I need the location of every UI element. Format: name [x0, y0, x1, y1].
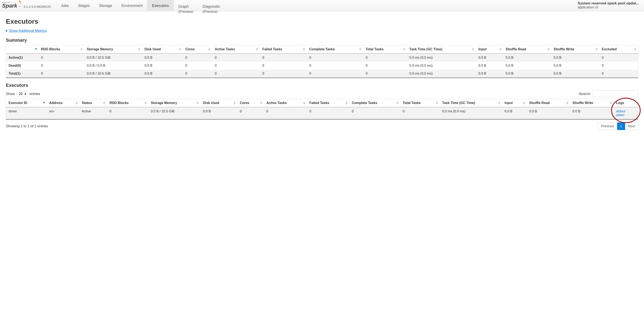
- executors-logs-cell: stdoutstderr: [614, 107, 638, 119]
- summary-cell: 0: [260, 62, 307, 70]
- summary-header[interactable]: Task Time (GC Time): [407, 45, 476, 54]
- sort-icon: [610, 102, 612, 104]
- summary-header[interactable]: Active Tasks: [212, 45, 260, 54]
- summary-header[interactable]: Shuffle Read: [503, 45, 551, 54]
- application-title: System reserved spark pool updat...: [578, 1, 639, 6]
- executors-cell: 0: [400, 107, 440, 119]
- executors-header[interactable]: Task Time (GC Time): [440, 99, 502, 107]
- summary-header[interactable]: Disk Used: [142, 45, 182, 54]
- sort-icon: [80, 48, 82, 51]
- executors-cell: Active: [79, 107, 107, 119]
- brand: APACHE Spark ™ 3.1.2.5.0-66290225: [2, 0, 56, 10]
- executors-header[interactable]: Disk Used: [200, 99, 237, 107]
- executors-header[interactable]: RDD Blocks: [107, 99, 148, 107]
- executors-header[interactable]: Shuffle Write: [570, 99, 614, 107]
- summary-cell: 0.0 ms (0.0 ms): [407, 70, 476, 78]
- executors-cell: 0.0 B: [570, 107, 614, 119]
- summary-header[interactable]: Excluded: [599, 45, 638, 54]
- summary-cell: 0.0 B: [551, 70, 599, 78]
- show-label-pre: Show: [6, 92, 15, 96]
- summary-cell: 0.0 B / 10.5 GiB: [84, 54, 142, 62]
- application-subtitle: application UI: [578, 6, 639, 9]
- datatable-controls: Show 20 entries Search:: [6, 90, 638, 97]
- top-navbar: APACHE Spark ™ 3.1.2.5.0-66290225 Jobs S…: [0, 0, 644, 11]
- executors-header[interactable]: Address: [47, 99, 79, 107]
- sort-icon: [303, 102, 305, 104]
- executors-cell: 0.0 B: [200, 107, 237, 119]
- spark-logo-icon: APACHE Spark ™: [2, 0, 22, 10]
- executors-cell: 0: [264, 107, 307, 119]
- summary-cell: 0: [260, 70, 307, 78]
- executors-cell: 0: [307, 107, 349, 119]
- page-body: Executors Show Additional Metrics Summar…: [0, 11, 644, 134]
- sort-icon: [346, 102, 348, 104]
- summary-cell: 0: [212, 54, 260, 62]
- summary-header[interactable]: [6, 45, 38, 54]
- nav-stages[interactable]: Stages: [73, 0, 94, 11]
- executors-header[interactable]: Storage Memory: [148, 99, 200, 107]
- sort-icon: [498, 102, 500, 104]
- executors-row: drivervm-Active00.0 B / 10.5 GiB0.0 B000…: [6, 107, 638, 119]
- nav-environment[interactable]: Environment: [117, 0, 147, 11]
- sort-icon: [256, 48, 258, 51]
- summary-row-label: Dead(0): [6, 62, 38, 70]
- stdout-link[interactable]: stdout: [616, 110, 636, 113]
- summary-cell: 0.0 B: [551, 62, 599, 70]
- summary-cell: 0: [363, 54, 407, 62]
- executors-header[interactable]: Shuffle Read: [526, 99, 570, 107]
- sort-icon: [43, 102, 45, 104]
- sort-icon: [499, 48, 502, 51]
- nav-jobs[interactable]: Jobs: [56, 0, 73, 11]
- executors-header[interactable]: Cores: [237, 99, 264, 107]
- summary-header[interactable]: RDD Blocks: [38, 45, 84, 54]
- executors-cell: 0: [237, 107, 264, 119]
- summary-cell: 0: [38, 54, 84, 62]
- summary-header[interactable]: Shuffle Write: [551, 45, 599, 54]
- executors-header[interactable]: Executor ID: [6, 99, 47, 107]
- stderr-link[interactable]: stderr: [616, 113, 636, 117]
- summary-header[interactable]: Cores: [183, 45, 212, 54]
- nav-storage[interactable]: Storage: [94, 0, 117, 11]
- sort-icon: [260, 102, 262, 104]
- sort-icon: [208, 48, 210, 51]
- summary-cell: 0: [307, 70, 363, 78]
- executors-header[interactable]: Total Tasks: [400, 99, 440, 107]
- pagination-next[interactable]: Next: [625, 122, 638, 130]
- summary-cell: 0.0 B / 10.5 GiB: [84, 70, 142, 78]
- summary-header[interactable]: Total Tasks: [363, 45, 407, 54]
- sort-icon: [634, 48, 636, 51]
- summary-header[interactable]: Failed Tasks: [260, 45, 307, 54]
- summary-cell: 0: [363, 70, 407, 78]
- sort-icon: [566, 102, 568, 104]
- summary-header[interactable]: Input: [476, 45, 503, 54]
- summary-cell: 0.0 B / 0.0 B: [84, 62, 142, 70]
- nav-diagnostic-preview-label: (Preview): [202, 10, 218, 14]
- pagination-page-1[interactable]: 1: [617, 122, 625, 130]
- pagination-previous[interactable]: Previous: [598, 122, 617, 130]
- svg-text:Spark: Spark: [2, 2, 18, 8]
- summary-cell: 0: [38, 62, 84, 70]
- executors-header[interactable]: Complete Tasks: [349, 99, 400, 107]
- summary-cell: 0.0 B: [142, 54, 182, 62]
- summary-cell: 0: [260, 54, 307, 62]
- summary-header[interactable]: Storage Memory: [84, 45, 142, 54]
- nav-graph[interactable]: Graph (Preview): [174, 0, 198, 17]
- sort-icon: [179, 48, 181, 51]
- nav-executors[interactable]: Executors: [147, 0, 174, 11]
- entries-length-select[interactable]: 20: [16, 91, 28, 97]
- sort-icon: [234, 102, 236, 104]
- executors-header[interactable]: Active Tasks: [264, 99, 307, 107]
- executors-header[interactable]: Failed Tasks: [307, 99, 349, 107]
- sort-icon: [35, 48, 37, 51]
- sort-icon: [197, 102, 199, 104]
- nav-diagnostic[interactable]: Diagnostic (Preview): [198, 0, 225, 17]
- summary-header[interactable]: Complete Tasks: [307, 45, 363, 54]
- caret-right-icon: [6, 30, 8, 32]
- show-additional-metrics-toggle[interactable]: Show Additional Metrics: [6, 29, 46, 33]
- sort-icon: [138, 48, 140, 51]
- summary-cell: 0.0 B: [503, 54, 551, 62]
- executors-header[interactable]: Status: [79, 99, 107, 107]
- executors-header[interactable]: Input: [502, 99, 526, 107]
- executors-header[interactable]: Logs: [614, 99, 638, 107]
- search-input[interactable]: [592, 90, 638, 97]
